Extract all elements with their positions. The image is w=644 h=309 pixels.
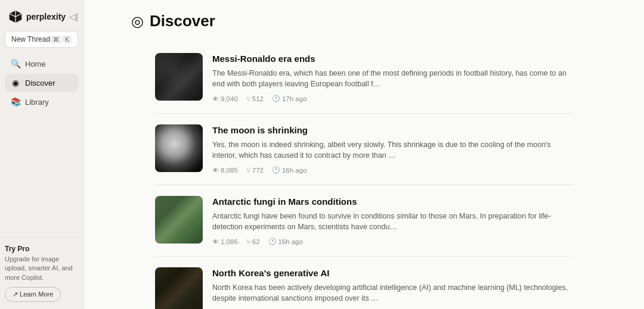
article-votes: ⑂ 772 [246,167,264,174]
views-count: 1,086 [221,238,238,245]
article-votes: ⑂ 512 [246,95,264,102]
article-title: North Korea's generative AI [212,267,572,279]
try-pro-description: Upgrade for image upload, smarter AI, an… [5,255,78,282]
votes-icon: ⑂ [246,95,250,102]
votes-count: 772 [252,167,264,174]
article-description: Antarctic fungi have been found to survi… [212,211,572,233]
library-icon: 📚 [11,97,20,107]
page-header: ◎ Discover [83,12,644,42]
article-item[interactable]: Messi-Ronaldo era ends The Messi-Ronaldo… [155,42,572,114]
perplexity-logo-icon [8,10,23,24]
discover-icon: ◉ [11,78,20,88]
new-thread-button[interactable]: New Thread ⌘ K [5,31,78,48]
main-content: ◎ Discover Messi-Ronaldo era ends The Me… [83,0,644,309]
article-description: Yes, the moon is indeed shrinking, albei… [212,139,572,162]
articles-list: Messi-Ronaldo era ends The Messi-Ronaldo… [107,42,620,309]
article-meta: 👁 9,040 ⑂ 512 🕐 17h ago [212,95,572,102]
time-value: 16h ago [282,167,307,174]
new-thread-shortcut: ⌘ K [51,36,72,43]
shortcut-key: K [63,36,72,43]
article-item[interactable]: Antarctic fungi in Mars conditions Antar… [155,185,572,257]
logo-area: perplexity [8,10,66,24]
learn-more-label: ↗ Learn More [13,291,53,298]
nav-home-label: Home [25,60,46,68]
page-title: Discover [150,12,215,30]
article-views: 👁 9,040 [212,95,238,102]
clock-icon: 🕐 [272,95,280,102]
article-thumbnail [155,124,203,172]
votes-count: 512 [252,95,264,102]
logo-text: perplexity [26,12,66,21]
try-pro-title: Try Pro [5,245,78,253]
article-time: 🕐 16h ago [272,166,307,174]
sidebar-collapse-button[interactable]: ◁| [69,12,78,21]
article-content: The moon is shrinking Yes, the moon is i… [212,124,572,174]
article-thumbnail [155,53,203,101]
time-value: 17h ago [282,95,307,102]
shortcut-cmd: ⌘ [51,36,61,43]
article-content: North Korea's generative AI North Korea … [212,267,572,309]
learn-more-button[interactable]: ↗ Learn More [5,287,61,302]
views-icon: 👁 [212,167,219,174]
views-count: 8,085 [221,167,238,174]
article-meta: 👁 8,085 ⑂ 772 🕐 16h ago [212,166,572,174]
nav-library-label: Library [25,98,49,107]
article-content: Antarctic fungi in Mars conditions Antar… [212,196,572,245]
views-count: 9,040 [221,95,238,102]
time-value: 16h ago [278,238,304,245]
article-thumbnail [155,196,203,244]
nav-discover-label: Discover [25,79,55,88]
home-icon: 🔍 [11,59,20,68]
nav-list: 🔍 Home ◉ Discover 📚 Library [5,55,78,232]
votes-icon: ⑂ [246,238,250,245]
article-item[interactable]: The moon is shrinking Yes, the moon is i… [155,114,572,185]
sidebar-logo: perplexity ◁| [5,7,78,31]
sidebar-item-library[interactable]: 📚 Library [5,93,78,111]
article-item[interactable]: North Korea's generative AI North Korea … [155,257,572,309]
article-votes: ⑂ 62 [246,238,260,245]
article-views: 👁 1,086 [212,238,238,245]
sidebar-item-discover[interactable]: ◉ Discover [5,74,78,92]
votes-icon: ⑂ [246,167,250,174]
article-time: 🕐 16h ago [268,238,304,245]
article-title: Messi-Ronaldo era ends [212,53,572,65]
article-title: Antarctic fungi in Mars conditions [212,196,572,208]
sidebar: perplexity ◁| New Thread ⌘ K 🔍 Home ◉ Di… [0,0,83,309]
views-icon: 👁 [212,95,219,102]
sidebar-item-home[interactable]: 🔍 Home [5,55,78,73]
article-title: The moon is shrinking [212,124,572,136]
article-meta: 👁 1,086 ⑂ 62 🕐 16h ago [212,238,572,245]
clock-icon: 🕐 [272,166,280,174]
article-content: Messi-Ronaldo era ends The Messi-Ronaldo… [212,53,572,102]
article-description: The Messi-Ronaldo era, which has been on… [212,68,572,90]
views-icon: 👁 [212,238,219,245]
article-views: 👁 8,085 [212,167,238,174]
article-description: North Korea has been actively developing… [212,282,572,305]
clock-icon: 🕐 [268,238,277,245]
new-thread-label: New Thread [11,35,50,43]
sidebar-promo: Try Pro Upgrade for image upload, smarte… [5,237,78,302]
article-thumbnail [155,267,203,309]
compass-icon: ◎ [131,13,144,30]
votes-count: 62 [252,238,260,245]
article-time: 🕐 17h ago [272,95,307,102]
